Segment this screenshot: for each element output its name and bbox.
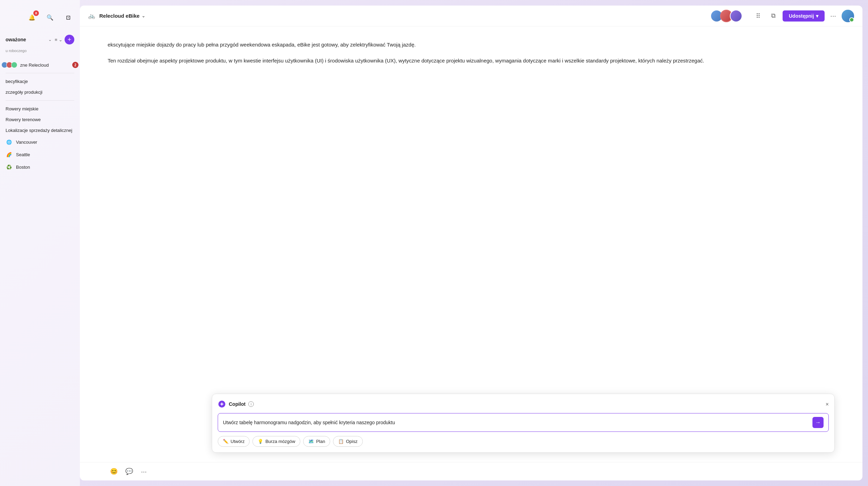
vancouver-icon: 🌐 — [6, 139, 12, 145]
copilot-close-button[interactable]: × — [826, 400, 829, 409]
emoji-icon: 😊 — [110, 468, 118, 475]
copilot-input-container[interactable]: → — [218, 413, 829, 432]
more-icon: ··· — [830, 12, 836, 19]
apps-button[interactable]: ⠿ — [752, 10, 765, 22]
main-panel: 🚲 Relecloud eBike ⌄ ⠿ ⧉ Udostępnij ▾ ··· — [80, 6, 862, 480]
header-actions: ⠿ ⧉ Udostępnij ▾ ··· — [752, 10, 854, 22]
boston-icon: ♻️ — [6, 164, 12, 170]
main-header: 🚲 Relecloud eBike ⌄ ⠿ ⧉ Udostępnij ▾ ··· — [80, 6, 862, 26]
utworz-label: Utwórz — [231, 439, 244, 444]
avatar-3 — [730, 10, 742, 22]
utworz-icon: ✏️ — [223, 439, 228, 444]
doc-toolbar: 😊 💬 ··· — [80, 462, 862, 480]
copilot-utworz-button[interactable]: ✏️ Utwórz — [218, 436, 250, 447]
share-label: Udostępnij — [789, 13, 814, 19]
copilot-input[interactable] — [223, 420, 810, 425]
channel-relecloud[interactable]: zne Relecloud 2 — [0, 60, 80, 70]
user-avatar[interactable] — [842, 10, 854, 22]
lokalizacje-label: Lokalizacje sprzedaży detalicznej — [6, 128, 72, 133]
divider-2 — [6, 100, 74, 101]
toolbar-more-icon: ··· — [141, 468, 147, 475]
copilot-header: Copilot i × — [218, 400, 829, 409]
share-button[interactable]: Udostępnij ▾ — [783, 10, 825, 22]
apps-icon: ⠿ — [756, 12, 760, 20]
search-icon: 🔍 — [47, 14, 53, 21]
close-icon: × — [826, 401, 829, 407]
seattle-label: Seattle — [16, 152, 30, 157]
bike-icon: 🚲 — [88, 12, 95, 19]
comment-icon: 💬 — [125, 468, 133, 475]
copilot-panel: Copilot i × → ✏️ Utwórz — [212, 394, 835, 453]
channel-badge: 2 — [72, 62, 78, 68]
sidebar-header-row: oważone ⌄ ≡ ⌄ + — [6, 35, 74, 44]
search-button[interactable]: 🔍 — [44, 11, 56, 24]
nav-specyfikacje-label: becyfikacje — [6, 79, 28, 84]
notification-badge: 8 — [33, 10, 39, 16]
comment-button[interactable]: 💬 — [123, 465, 135, 478]
copy-icon: ⧉ — [771, 12, 776, 19]
channel-name: zne Relecloud — [20, 62, 49, 68]
toolbar-more-button[interactable]: ··· — [138, 466, 150, 477]
burza-icon: 💡 — [258, 439, 263, 444]
more-button[interactable]: ··· — [827, 10, 839, 21]
plan-icon: 🗺️ — [308, 439, 314, 444]
send-icon: → — [815, 418, 821, 427]
chevron-icon: ⌄ — [48, 37, 52, 42]
nav-boston[interactable]: ♻️ Boston — [0, 161, 80, 173]
section-title: oważone — [6, 37, 46, 42]
add-button[interactable]: + — [65, 35, 74, 44]
doc-paragraph-2: Ten rozdział obejmuje aspekty projektowe… — [108, 56, 835, 65]
opisz-icon: 📋 — [338, 439, 344, 444]
nav-seattle[interactable]: 🌈 Seattle — [0, 148, 80, 161]
header-avatars — [710, 10, 742, 22]
nav-specyfikacje[interactable]: becyfikacje — [0, 76, 80, 87]
seattle-icon: 🌈 — [6, 151, 12, 158]
layout-button[interactable]: ⊡ — [62, 11, 74, 24]
menu-button[interactable]: ≡ ⌄ — [55, 37, 62, 42]
menu-dropdown-icon: ⌄ — [59, 37, 62, 42]
copilot-title: Copilot — [229, 400, 245, 409]
layout-icon: ⊡ — [66, 14, 70, 21]
menu-icon: ≡ — [55, 37, 57, 42]
sidebar-controls: ≡ ⌄ + — [55, 35, 74, 44]
nav-rowery-terenowe[interactable]: Rowery terenowe — [0, 114, 80, 125]
team-name: Relecloud eBike ⌄ — [99, 13, 145, 19]
section-subtitle: u roboczego — [6, 49, 74, 53]
divider-1 — [6, 73, 74, 73]
emoji-reaction-button[interactable]: 😊 — [108, 465, 120, 478]
copilot-burza-button[interactable]: 💡 Burza mózgów — [252, 436, 300, 447]
copilot-opisz-button[interactable]: 📋 Opisz — [333, 436, 362, 447]
rowery-terenowe-label: Rowery terenowe — [6, 117, 41, 122]
opisz-label: Opisz — [346, 439, 357, 444]
boston-label: Boston — [16, 165, 30, 170]
nav-produkcja[interactable]: zczegóły produkcji — [0, 87, 80, 98]
copilot-info-button[interactable]: i — [248, 401, 254, 407]
rowery-miejskie-label: Rowery miejskie — [6, 106, 39, 111]
doc-paragraph-1: ekscytujące miejskie dojazdy do pracy lu… — [108, 40, 835, 49]
plan-label: Plan — [316, 439, 325, 444]
copilot-plan-button[interactable]: 🗺️ Plan — [303, 436, 330, 447]
doc-content: ekscytujące miejskie dojazdy do pracy lu… — [80, 26, 862, 462]
notification-button[interactable]: 🔔 8 — [26, 11, 38, 24]
sidebar: 🔔 8 🔍 ⊡ oważone ⌄ ≡ ⌄ + u roboczego — [0, 0, 80, 486]
copilot-action-buttons: ✏️ Utwórz 💡 Burza mózgów 🗺️ Plan 📋 Opisz — [218, 436, 829, 447]
copilot-logo — [218, 400, 226, 408]
nav-rowery-miejskie[interactable]: Rowery miejskie — [0, 103, 80, 114]
team-name-text: Relecloud eBike — [99, 13, 140, 19]
sidebar-top: 🔔 8 🔍 ⊡ — [0, 0, 80, 29]
burza-label: Burza mózgów — [265, 439, 295, 444]
nav-vancouver[interactable]: 🌐 Vancouver — [0, 136, 80, 148]
channel-avatars — [1, 62, 17, 68]
team-dropdown-icon[interactable]: ⌄ — [142, 14, 145, 18]
vancouver-label: Vancouver — [16, 140, 37, 145]
info-icon: i — [251, 401, 251, 408]
nav-lokalizacje[interactable]: Lokalizacje sprzedaży detalicznej — [0, 125, 80, 136]
sidebar-section-header: oważone ⌄ ≡ ⌄ + u roboczego — [0, 29, 80, 60]
share-dropdown-icon: ▾ — [816, 13, 818, 19]
copilot-send-button[interactable]: → — [812, 417, 824, 428]
nav-produkcja-label: zczegóły produkcji — [6, 90, 42, 95]
copy-button[interactable]: ⧉ — [767, 10, 780, 22]
